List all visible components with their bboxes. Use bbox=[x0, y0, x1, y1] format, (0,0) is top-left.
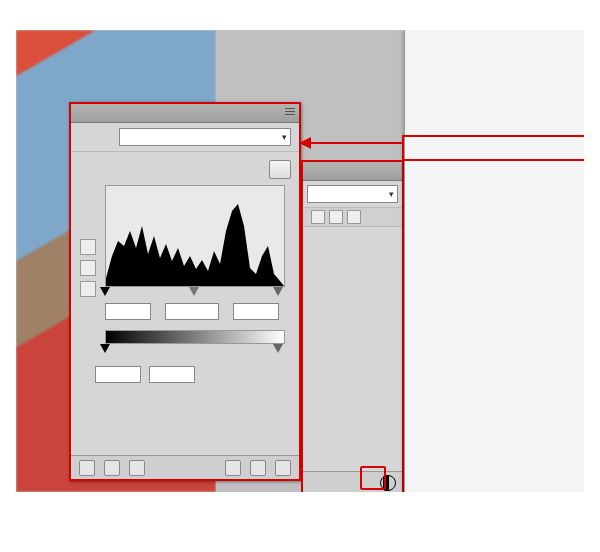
eyedropper-black-icon[interactable] bbox=[80, 239, 96, 255]
lock-position-icon[interactable] bbox=[347, 210, 361, 224]
layers-panel bbox=[301, 160, 404, 492]
tutorial-screenshot bbox=[16, 30, 584, 492]
blend-mode-dropdown[interactable] bbox=[307, 185, 398, 203]
prev-state-icon[interactable] bbox=[225, 460, 241, 476]
output-shadow-slider[interactable] bbox=[100, 344, 110, 353]
input-mid-field[interactable] bbox=[165, 303, 219, 320]
return-icon[interactable] bbox=[79, 460, 95, 476]
trash-icon[interactable] bbox=[275, 460, 291, 476]
eyedropper-gray-icon[interactable] bbox=[80, 260, 96, 276]
input-black-field[interactable] bbox=[105, 303, 151, 320]
eyedropper-white-icon[interactable] bbox=[80, 281, 96, 297]
adjustment-layer-icon[interactable] bbox=[380, 475, 396, 491]
mask-icon[interactable] bbox=[362, 477, 375, 490]
clip-icon[interactable] bbox=[104, 460, 120, 476]
layers-tab[interactable] bbox=[303, 162, 402, 181]
adjustments-panel bbox=[69, 102, 301, 481]
panel-menu-icon[interactable] bbox=[285, 108, 295, 116]
annotation-arrow bbox=[300, 136, 404, 150]
lock-transparent-icon[interactable] bbox=[311, 210, 325, 224]
shadow-slider[interactable] bbox=[100, 287, 110, 296]
output-white-field[interactable] bbox=[149, 366, 195, 383]
levels-preset-dropdown[interactable] bbox=[119, 128, 291, 146]
eyedropper-tools bbox=[80, 239, 96, 297]
reset-icon[interactable] bbox=[250, 460, 266, 476]
lock-pixels-icon[interactable] bbox=[329, 210, 343, 224]
output-gradient[interactable] bbox=[105, 330, 285, 344]
adjustment-context-menu bbox=[404, 30, 584, 492]
output-black-field[interactable] bbox=[95, 366, 141, 383]
histogram[interactable] bbox=[105, 185, 285, 287]
view-icon[interactable] bbox=[129, 460, 145, 476]
midtone-slider[interactable] bbox=[189, 287, 199, 296]
adjustments-tab[interactable] bbox=[71, 104, 299, 123]
auto-button[interactable] bbox=[269, 160, 291, 179]
output-highlight-slider[interactable] bbox=[273, 344, 283, 353]
input-white-field[interactable] bbox=[233, 303, 279, 320]
layer-list bbox=[303, 227, 402, 465]
adjustments-footer bbox=[71, 455, 299, 479]
highlight-slider[interactable] bbox=[273, 287, 283, 296]
